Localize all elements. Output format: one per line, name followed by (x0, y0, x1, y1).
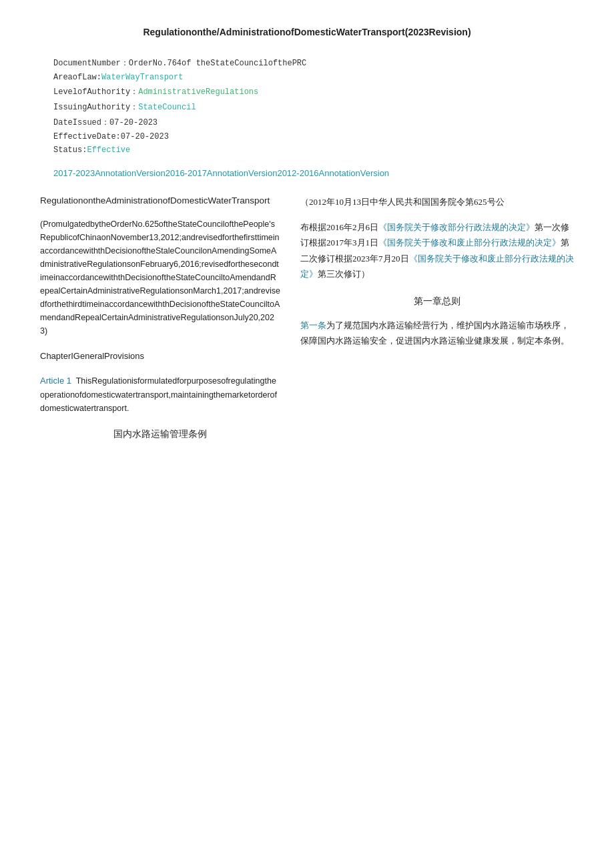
left-column: RegulationontheAdministrationofDomesticW… (40, 195, 280, 440)
right-column: （2012年10月13日中华人民共和国国务院令第625号公 布根据2016年2月… (294, 195, 574, 440)
level-of-authority-row: LevelofAuthority：AdministrativeRegulatio… (53, 86, 574, 97)
date-issued-row: DateIssued：07-20-2023 (53, 117, 574, 128)
right-article1-cn: 第一条为了规范国内水路运输经营行为，维护国内水路运输市场秩序，保障国内水路运输安… (300, 318, 574, 349)
chapter-label-en: ChapterIGeneralProvisions (40, 351, 280, 361)
level-of-authority-link[interactable]: AdministrativeRegulations (138, 87, 258, 97)
cn-link-2[interactable]: 《国务院关于修改和废止部分行政法规的决定》 (378, 238, 561, 248)
annotation-link-2017-2023[interactable]: 2017-2023AnnotationVersion (53, 168, 166, 178)
promulgation-text-en: (PromulgatedbytheOrderNo.625oftheStateCo… (40, 218, 280, 338)
right-chapter-title-cn: 第一章总则 (300, 296, 574, 308)
annotation-links: 2017-2023AnnotationVersion2016-2017Annot… (40, 168, 574, 178)
effective-date-row: EffectiveDate:07-20-2023 (53, 132, 574, 141)
right-intro-text: （2012年10月13日中华人民共和国国务院令第625号公 (300, 195, 574, 209)
right-article1-text-cn: 为了规范国内水路运输经营行为，维护国内水路运输市场秩序，保障国内水路运输安全，促… (300, 320, 569, 346)
status-value: Effective (87, 145, 130, 155)
right-article1-num: 第一条 (300, 320, 326, 330)
right-promulgation: 布根据2016年2月6日《国务院关于修改部分行政法规的决定》第一次修订根据201… (300, 220, 574, 282)
article1-text-en: ThisRegulationisformulatedforpurposesofr… (40, 376, 277, 413)
area-of-law-link[interactable]: WaterWayTransport (101, 73, 183, 82)
area-of-law-row: AreaofLaw:WaterWayTransport (53, 73, 574, 82)
article1-en: Article 1 ThisRegulationisformulatedforp… (40, 374, 280, 415)
doc-title-en: RegulationontheAdministrationofDomesticW… (40, 195, 280, 207)
issuing-authority-row: IssuingAuthority：StateCouncil (53, 101, 574, 113)
issuing-authority-link[interactable]: StateCouncil (138, 103, 196, 112)
status-row: Status:Effective (53, 145, 574, 155)
meta-section: DocumentNumber：OrderNo.764of theStateCou… (40, 57, 574, 155)
cn-link-1[interactable]: 《国务院关于修改部分行政法规的决定》 (378, 222, 535, 232)
document-number-row: DocumentNumber：OrderNo.764of theStateCou… (53, 57, 574, 69)
annotation-link-2012-2016[interactable]: 2012-2016AnnotationVersion (277, 168, 389, 178)
doc-title-cn: 国内水路运输管理条例 (40, 428, 280, 440)
content-wrapper: RegulationontheAdministrationofDomesticW… (40, 195, 574, 440)
article1-label: Article 1 (40, 376, 71, 386)
annotation-link-2016-2017[interactable]: 2016-2017AnnotationVersion (166, 168, 278, 178)
page-title: Regulationonthe/AdministrationofDomestic… (40, 27, 574, 37)
